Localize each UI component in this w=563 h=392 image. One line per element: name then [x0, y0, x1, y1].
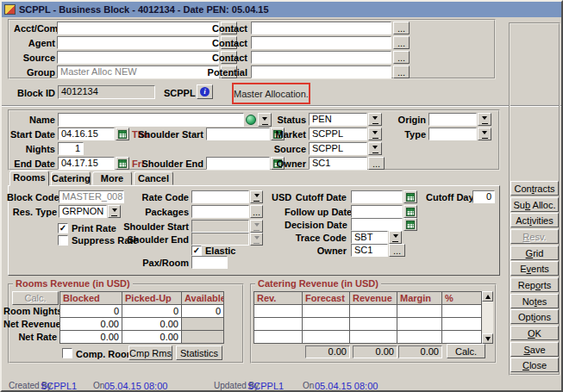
grid-button[interactable]: Grid — [510, 246, 559, 260]
follow-up-calendar-button[interactable] — [403, 205, 417, 218]
type-field[interactable] — [429, 128, 477, 140]
trace-code-field[interactable]: SBT — [351, 231, 388, 244]
row-net-revenue-label: Net Revenue — [3, 319, 57, 330]
sub-alloc-button[interactable]: Sub Alloc. — [510, 197, 559, 212]
origin-field[interactable] — [429, 113, 477, 126]
ellipsis-icon: ... — [397, 38, 405, 48]
start-date-field[interactable]: 04.16.15 — [58, 128, 115, 140]
options-button[interactable]: Options — [510, 309, 559, 324]
ok-button[interactable]: OK — [510, 326, 559, 340]
close-button[interactable]: Close — [510, 358, 559, 372]
end-date-field[interactable]: 04.17.15 — [58, 157, 115, 170]
contact2-field[interactable] — [251, 36, 391, 49]
trace-code-dropdown-button[interactable] — [389, 231, 402, 244]
status-label: Status — [272, 115, 306, 126]
cutoff-date-field[interactable] — [351, 190, 403, 203]
agent-field[interactable] — [57, 36, 219, 49]
contact3-lookup-button[interactable]: ... — [393, 51, 410, 64]
market-dropdown-button[interactable] — [368, 128, 382, 140]
follow-up-field[interactable] — [351, 205, 403, 218]
end-date-calendar-button[interactable] — [116, 157, 129, 170]
statistics-button[interactable]: Statistics — [176, 345, 222, 360]
potential-lookup-button[interactable]: ... — [393, 65, 410, 78]
cat-col-rev-type: Rev. Type — [253, 291, 303, 305]
cutoff-days-field[interactable]: 0 — [472, 190, 495, 203]
rate-code-label: Rate Code — [131, 192, 189, 203]
acctcom-field[interactable] — [57, 22, 219, 34]
tab-more[interactable]: More — [92, 171, 132, 185]
res-type-field[interactable]: GRPNON — [59, 205, 107, 218]
contact2-label: Contact — [204, 38, 247, 49]
cat-cell — [397, 317, 442, 331]
cat-total-revenue: 0.00 — [353, 345, 397, 358]
tab-owner-field[interactable]: SC1 — [351, 244, 388, 257]
title-bar: SCPPL - Business Block - 4012134 - Date … — [2, 2, 561, 17]
activities-button[interactable]: Activities — [510, 213, 559, 227]
name-dropdown-button[interactable] — [258, 113, 272, 127]
contracts-button[interactable]: Contracts — [510, 181, 559, 196]
reports-button[interactable]: Reports — [510, 277, 559, 292]
print-rate-checkbox[interactable] — [58, 223, 68, 233]
origin-dropdown-button[interactable] — [478, 113, 491, 126]
owner-label: Owner — [272, 159, 306, 170]
tab-owner-lookup-button[interactable]: ... — [389, 244, 405, 257]
source-field[interactable] — [57, 51, 219, 64]
contact3-field[interactable] — [251, 51, 391, 64]
status-field[interactable]: PEN — [309, 113, 367, 126]
decision-date-field[interactable] — [351, 218, 403, 231]
rooms-col-blocked: Blocked — [59, 291, 122, 305]
contact1-label: Contact — [204, 23, 247, 34]
contact1-lookup-button[interactable]: ... — [393, 22, 410, 34]
rate-code-dropdown-button[interactable] — [250, 190, 263, 203]
room-nights-pickedup: 0 — [122, 304, 182, 318]
packages-lookup-button[interactable]: ... — [250, 205, 263, 218]
source2-dropdown-button[interactable] — [368, 142, 382, 155]
net-rate-blocked: 0.00 — [59, 330, 122, 344]
decision-date-calendar-button[interactable] — [403, 218, 417, 231]
tab-catering[interactable]: Catering — [51, 171, 91, 185]
shoulder-start-field[interactable] — [206, 128, 270, 140]
cutoff-date-calendar-button[interactable] — [403, 190, 417, 203]
shoulder-end-field[interactable] — [206, 157, 270, 170]
packages-field[interactable] — [191, 205, 249, 218]
tab-owner-label: Owner — [291, 246, 347, 257]
group-label: Group — [14, 67, 55, 78]
cat-cell — [302, 304, 350, 318]
market-field[interactable]: SCPPL — [309, 128, 367, 140]
events-button[interactable]: Events — [510, 261, 559, 276]
scroll-down-button[interactable] — [482, 333, 493, 344]
catering-calc-button[interactable]: Calc. — [447, 344, 485, 358]
notes-button[interactable]: Notes — [510, 294, 559, 308]
globe-icon[interactable] — [246, 115, 256, 125]
contact1-field[interactable] — [251, 22, 391, 34]
contact2-lookup-button[interactable]: ... — [393, 36, 410, 49]
owner-lookup-button[interactable]: ... — [368, 157, 385, 170]
scroll-up-button[interactable] — [482, 291, 493, 302]
calendar-icon — [406, 208, 415, 216]
calendar-icon — [406, 193, 415, 202]
chevron-down-icon — [393, 234, 398, 240]
owner-field[interactable]: SC1 — [309, 157, 367, 170]
business-block-window: SCPPL - Business Block - 4012134 - Date … — [0, 0, 563, 392]
tab-cancel[interactable]: Cancel — [134, 171, 173, 185]
suppress-rate-checkbox[interactable] — [58, 235, 68, 246]
save-button[interactable]: Save — [510, 342, 559, 357]
status-dropdown-button[interactable] — [368, 113, 382, 126]
tab-rooms[interactable]: Rooms — [9, 171, 49, 186]
cmp-rms-button[interactable]: Cmp Rms — [128, 345, 172, 360]
info-button[interactable]: i — [197, 84, 213, 99]
res-type-dropdown-button[interactable] — [108, 205, 121, 218]
name-field[interactable] — [58, 113, 244, 127]
cat-total-margin: 0.00 — [398, 345, 442, 358]
res-type-label: Res. Type — [7, 207, 57, 218]
type-dropdown-button[interactable] — [478, 128, 491, 140]
nights-field[interactable]: 1 — [58, 142, 84, 155]
source2-field[interactable]: SCPPL — [309, 142, 367, 155]
elastic-checkbox[interactable] — [191, 246, 202, 256]
start-date-calendar-button[interactable] — [116, 128, 129, 140]
chevron-down-icon — [482, 131, 487, 137]
potential-field[interactable] — [251, 65, 391, 78]
rate-code-field[interactable] — [191, 190, 249, 203]
comp-rooms-checkbox[interactable] — [62, 348, 72, 358]
pax-room-field[interactable] — [191, 256, 228, 269]
